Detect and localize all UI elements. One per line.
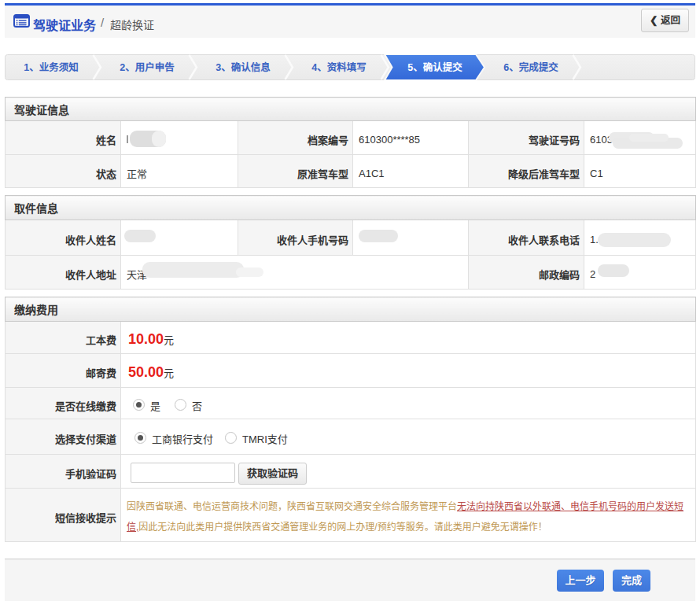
- svg-text:1、业务须知: 1、业务须知: [24, 61, 78, 73]
- svg-text:5、确认提交: 5、确认提交: [407, 61, 462, 73]
- svg-text:6、完成提交: 6、完成提交: [503, 61, 558, 73]
- svg-text:4、资料填写: 4、资料填写: [311, 61, 366, 73]
- svg-text:2、用户申告: 2、用户申告: [120, 61, 175, 73]
- svg-text:3、确认信息: 3、确认信息: [216, 61, 271, 73]
